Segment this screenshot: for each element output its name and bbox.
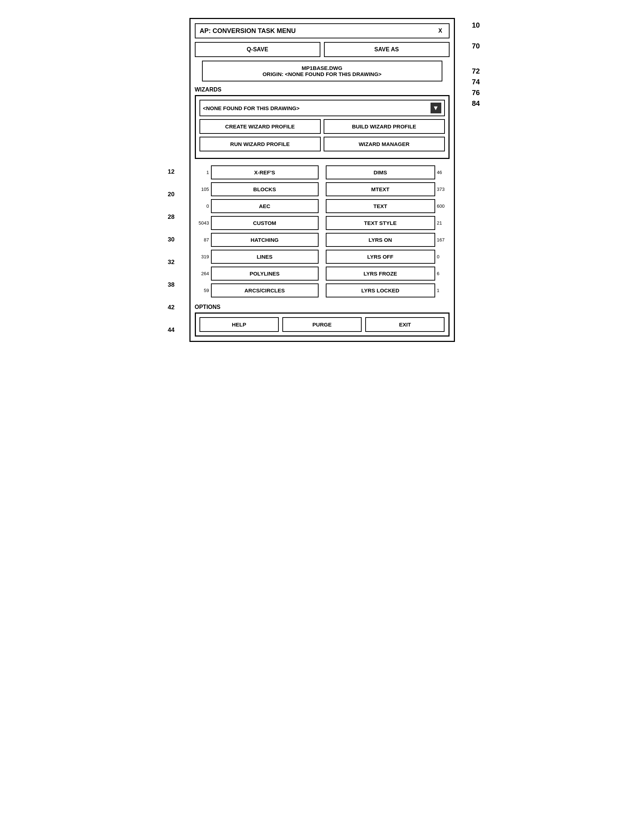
custom-button[interactable]: CUSTOM [211, 216, 319, 230]
items-grid: 1 X-REF'S 105 BLOCKS 0 AEC 5043 CUSTOM [195, 166, 449, 298]
left-ref-20: 20 [168, 191, 175, 197]
text-style-count: 21 [435, 220, 449, 225]
arcs-circles-button[interactable]: ARCS/CIRCLES [211, 284, 319, 298]
ref-10: 10 [472, 21, 480, 29]
title-text: AP: CONVERSION TASK MENU [200, 27, 296, 35]
blocks-row: 105 BLOCKS [195, 182, 319, 196]
lyrs-froze-button[interactable]: LYRS FROZE [326, 267, 435, 281]
xrefs-row: 1 X-REF'S [195, 166, 319, 179]
text-style-button[interactable]: TEXT STYLE [326, 216, 435, 230]
xrefs-button[interactable]: X-REF'S [211, 166, 319, 179]
build-wizard-button[interactable]: BUILD WIZARD PROFILE [324, 119, 445, 134]
lyrs-locked-row: LYRS LOCKED 1 [326, 284, 449, 298]
left-ref-30: 30 [168, 236, 175, 242]
wizards-box: <NONE FOUND FOR THIS DRAWING> ▼ CREATE W… [195, 95, 449, 159]
aec-button[interactable]: AEC [211, 199, 319, 213]
lines-button[interactable]: LINES [211, 250, 319, 264]
qsave-button[interactable]: Q-SAVE [195, 42, 320, 57]
hatching-count: 87 [195, 237, 211, 242]
create-wizard-button[interactable]: CREATE WIZARD PROFILE [199, 119, 321, 134]
wizard-dropdown[interactable]: <NONE FOUND FOR THIS DRAWING> ▼ [199, 100, 445, 116]
aec-row: 0 AEC [195, 199, 319, 213]
hatching-button[interactable]: HATCHING [211, 233, 319, 247]
arcs-count: 59 [195, 288, 211, 293]
options-box: HELP PURGE EXIT [195, 313, 449, 336]
mtext-count: 373 [435, 187, 449, 192]
run-wizard-button[interactable]: RUN WIZARD PROFILE [199, 137, 321, 152]
left-ref-32: 32 [168, 259, 175, 265]
file-origin: ORIGIN: <NONE FOUND FOR THIS DRAWING> [206, 71, 438, 77]
top-buttons-row: Q-SAVE SAVE AS [195, 42, 449, 57]
close-button[interactable]: X [436, 27, 445, 35]
right-items-col: DIMS 46 MTEXT 373 TEXT 600 TEXT STYLE 21 [326, 166, 449, 298]
dims-row: DIMS 46 [326, 166, 449, 179]
polylines-button[interactable]: POLYLINES [211, 267, 319, 281]
wizards-label: WIZARDS [195, 86, 449, 93]
lyrs-off-row: LYRS OFF 0 [326, 250, 449, 264]
arcs-circles-row: 59 ARCS/CIRCLES [195, 284, 319, 298]
lyrs-froze-count: 6 [435, 271, 449, 276]
blocks-button[interactable]: BLOCKS [211, 182, 319, 196]
xrefs-count: 1 [195, 170, 211, 175]
dropdown-text: <NONE FOUND FOR THIS DRAWING> [203, 105, 300, 111]
left-ref-44: 44 [168, 327, 175, 333]
blocks-count: 105 [195, 187, 211, 192]
title-bar: AP: CONVERSION TASK MENU X [195, 23, 449, 38]
lyrs-off-button[interactable]: LYRS OFF [326, 250, 435, 264]
dims-count: 46 [435, 170, 449, 175]
wizard-buttons-row1: CREATE WIZARD PROFILE BUILD WIZARD PROFI… [199, 119, 445, 134]
left-ref-42: 42 [168, 304, 175, 310]
file-name: MP1BASE.DWG [206, 65, 438, 71]
lyrs-on-count: 167 [435, 237, 449, 242]
dims-button[interactable]: DIMS [326, 166, 435, 179]
custom-row: 5043 CUSTOM [195, 216, 319, 230]
exit-button[interactable]: EXIT [365, 317, 445, 332]
text-row: TEXT 600 [326, 199, 449, 213]
lyrs-froze-row: LYRS FROZE 6 [326, 267, 449, 281]
lyrs-locked-button[interactable]: LYRS LOCKED [326, 284, 435, 298]
ref-74: 74 [472, 78, 480, 85]
lines-row: 319 LINES [195, 250, 319, 264]
dropdown-arrow-icon[interactable]: ▼ [431, 103, 441, 114]
wizard-manager-button[interactable]: WIZARD MANAGER [324, 137, 445, 152]
hatching-row: 87 HATCHING [195, 233, 319, 247]
ref-72: 72 [472, 67, 480, 75]
options-label: OPTIONS [195, 304, 449, 310]
left-ref-28: 28 [168, 214, 175, 220]
purge-button[interactable]: PURGE [282, 317, 362, 332]
lyrs-off-count: 0 [435, 254, 449, 259]
lyrs-locked-count: 1 [435, 288, 449, 293]
custom-count: 5043 [195, 220, 211, 225]
left-ref-38: 38 [168, 282, 175, 288]
lyrs-on-row: LYRS ON 167 [326, 233, 449, 247]
left-items-col: 1 X-REF'S 105 BLOCKS 0 AEC 5043 CUSTOM [195, 166, 319, 298]
polylines-count: 264 [195, 271, 211, 276]
lyrs-on-button[interactable]: LYRS ON [326, 233, 435, 247]
lines-count: 319 [195, 254, 211, 259]
aec-count: 0 [195, 203, 211, 209]
text-count: 600 [435, 203, 449, 209]
ref-76: 76 [472, 89, 480, 96]
file-info-box: MP1BASE.DWG ORIGIN: <NONE FOUND FOR THIS… [202, 61, 442, 81]
left-ref-12: 12 [168, 169, 175, 175]
text-style-row: TEXT STYLE 21 [326, 216, 449, 230]
mtext-button[interactable]: MTEXT [326, 182, 435, 196]
mtext-row: MTEXT 373 [326, 182, 449, 196]
text-button[interactable]: TEXT [326, 199, 435, 213]
saveas-button[interactable]: SAVE AS [324, 42, 449, 57]
polylines-row: 264 POLYLINES [195, 267, 319, 281]
wizard-buttons-row2: RUN WIZARD PROFILE WIZARD MANAGER [199, 137, 445, 152]
options-buttons-row: HELP PURGE EXIT [199, 317, 445, 332]
help-button[interactable]: HELP [199, 317, 279, 332]
ref-70: 70 [472, 42, 480, 49]
ref-84: 84 [472, 100, 480, 107]
